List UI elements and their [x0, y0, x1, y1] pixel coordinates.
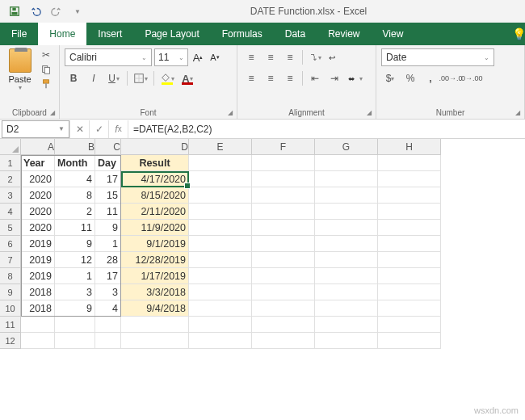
cell[interactable]: 12/28/2019 — [121, 252, 189, 268]
number-dialog-launcher[interactable]: ◢ — [513, 107, 523, 117]
cell[interactable] — [189, 300, 252, 317]
align-right-icon[interactable]: ≡ — [281, 69, 299, 87]
cell[interactable] — [252, 220, 315, 236]
cell[interactable]: 9/1/2019 — [121, 236, 189, 252]
cell[interactable] — [21, 333, 55, 349]
row-header[interactable]: 10 — [0, 300, 21, 317]
cancel-formula-icon[interactable]: ✕ — [69, 120, 89, 138]
cell[interactable]: 28 — [95, 252, 121, 268]
cell[interactable] — [378, 268, 441, 284]
cell[interactable] — [252, 252, 315, 268]
cell[interactable] — [189, 317, 252, 333]
cell[interactable] — [378, 171, 441, 187]
cell[interactable]: Day — [95, 155, 121, 171]
cell[interactable]: 2 — [55, 204, 95, 220]
cell[interactable]: 11 — [55, 220, 95, 236]
tab-review[interactable]: Review — [317, 23, 371, 45]
cell[interactable]: Year — [21, 155, 55, 171]
cell[interactable]: 2020 — [21, 187, 55, 204]
cell[interactable] — [189, 155, 252, 171]
cell[interactable]: 17 — [95, 268, 121, 284]
cell[interactable] — [189, 236, 252, 252]
col-header-B[interactable]: B — [55, 139, 95, 155]
cell[interactable]: Result — [121, 155, 189, 171]
cell[interactable] — [378, 187, 441, 204]
qat-customize-icon[interactable]: ▼ — [68, 2, 87, 20]
row-header[interactable]: 7 — [0, 252, 21, 268]
cell[interactable] — [121, 333, 189, 349]
col-header-C[interactable]: C — [95, 139, 121, 155]
cell[interactable] — [315, 236, 378, 252]
formula-input[interactable]: =DATE(A2,B2,C2) — [128, 120, 525, 138]
number-format-select[interactable]: Date⌄ — [381, 48, 494, 66]
cell[interactable] — [189, 220, 252, 236]
underline-button[interactable]: U▾ — [105, 69, 123, 87]
cell[interactable]: 3 — [55, 284, 95, 300]
cell[interactable]: 4 — [55, 171, 95, 187]
cell[interactable]: 2020 — [21, 171, 55, 187]
save-icon[interactable] — [5, 2, 24, 20]
cell[interactable]: 4 — [95, 300, 121, 317]
row-header[interactable]: 9 — [0, 284, 21, 300]
cell[interactable]: 2018 — [21, 284, 55, 300]
cell[interactable]: 2019 — [21, 252, 55, 268]
cell[interactable]: 2019 — [21, 268, 55, 284]
cell[interactable] — [189, 204, 252, 220]
cell[interactable]: 9 — [95, 220, 121, 236]
cell[interactable] — [315, 171, 378, 187]
cell[interactable]: 1 — [55, 268, 95, 284]
cell[interactable] — [252, 171, 315, 187]
comma-format-icon[interactable]: , — [422, 69, 439, 87]
cell[interactable] — [378, 252, 441, 268]
bold-button[interactable]: B — [65, 69, 82, 87]
cell[interactable]: 12 — [55, 252, 95, 268]
increase-font-icon[interactable]: A▴ — [191, 48, 205, 66]
col-header-E[interactable]: E — [189, 139, 252, 155]
enter-formula-icon[interactable]: ✓ — [89, 120, 108, 138]
cell[interactable] — [121, 317, 189, 333]
cut-icon[interactable]: ✂ — [38, 48, 54, 61]
cell[interactable] — [378, 317, 441, 333]
cell[interactable]: 2019 — [21, 236, 55, 252]
cell[interactable] — [315, 300, 378, 317]
cell[interactable] — [252, 155, 315, 171]
cell[interactable] — [315, 317, 378, 333]
cell[interactable] — [55, 333, 95, 349]
cell[interactable] — [189, 252, 252, 268]
col-header-D[interactable]: D — [121, 139, 189, 155]
copy-icon[interactable] — [38, 63, 54, 76]
align-left-icon[interactable]: ≡ — [242, 69, 260, 87]
cell[interactable] — [252, 268, 315, 284]
orientation-icon[interactable]: ⭝▾ — [306, 48, 324, 66]
decrease-font-icon[interactable]: A▾ — [208, 48, 222, 66]
cell[interactable]: 8/15/2020 — [121, 187, 189, 204]
cell[interactable] — [21, 317, 55, 333]
cell[interactable] — [252, 187, 315, 204]
cell[interactable]: 11/9/2020 — [121, 220, 189, 236]
name-box[interactable]: D2▼ — [2, 120, 69, 138]
tab-view[interactable]: View — [372, 23, 415, 45]
cell[interactable] — [315, 284, 378, 300]
cell[interactable] — [189, 333, 252, 349]
accounting-format-icon[interactable]: $▾ — [381, 69, 399, 87]
cell[interactable] — [378, 220, 441, 236]
borders-button[interactable]: ▾ — [132, 69, 149, 87]
row-header[interactable]: 8 — [0, 268, 21, 284]
row-header[interactable]: 12 — [0, 333, 21, 349]
paste-button[interactable]: Paste ▾ — [5, 48, 35, 91]
row-header[interactable]: 11 — [0, 317, 21, 333]
increase-indent-icon[interactable]: ⇥ — [326, 69, 343, 87]
tab-data[interactable]: Data — [274, 23, 317, 45]
row-header[interactable]: 1 — [0, 155, 21, 171]
row-header[interactable]: 3 — [0, 187, 21, 204]
cell[interactable]: 17 — [95, 171, 121, 187]
col-header-G[interactable]: G — [315, 139, 378, 155]
cell[interactable]: 2020 — [21, 220, 55, 236]
cell[interactable]: 2/11/2020 — [121, 204, 189, 220]
cell[interactable] — [378, 333, 441, 349]
col-header-F[interactable]: F — [252, 139, 315, 155]
cell[interactable]: 15 — [95, 187, 121, 204]
tab-insert[interactable]: Insert — [86, 23, 133, 45]
col-header-H[interactable]: H — [378, 139, 441, 155]
cell[interactable] — [315, 252, 378, 268]
